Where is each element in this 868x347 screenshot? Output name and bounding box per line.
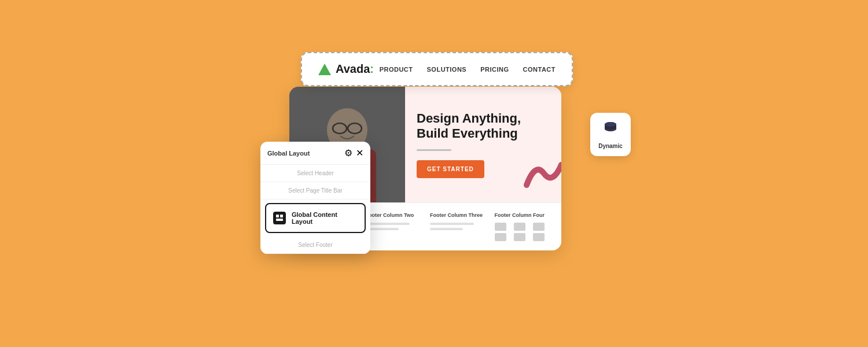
dynamic-badge: Dynamic [590, 113, 631, 156]
svg-rect-8 [276, 219, 283, 221]
cta-button[interactable]: GET STARTED [417, 160, 484, 178]
footer-block [533, 233, 545, 241]
footer-block [495, 223, 506, 231]
select-page-title-row[interactable]: Select Page Title Bar [260, 182, 370, 200]
logo-text: Avada: [336, 62, 374, 76]
global-layout-panel: Global Layout ⚙ ✕ Select Header Select P… [260, 142, 370, 254]
nav-pricing[interactable]: PRICING [480, 66, 509, 73]
panel-header: Global Layout ⚙ ✕ [260, 142, 370, 165]
panel-header-icons: ⚙ ✕ [344, 147, 363, 158]
svg-point-10 [605, 122, 616, 127]
main-nav: PRODUCT SOLUTIONS PRICING CONTACT [380, 66, 556, 73]
footer-grid [495, 223, 550, 241]
footer-col-4: Footer Column Four [495, 212, 550, 241]
footer-block [533, 223, 545, 231]
logo-area: Avada: [318, 62, 374, 76]
svg-rect-7 [280, 215, 283, 217]
content-layout-label: Global Content Layout [292, 211, 358, 225]
global-content-layout-item[interactable]: Global Content Layout [265, 203, 366, 233]
database-icon [602, 120, 619, 139]
squiggle-decoration [521, 156, 561, 191]
nav-product[interactable]: PRODUCT [380, 66, 413, 73]
footer-block [514, 223, 525, 231]
hero-title: Design Anything, Build Everything [417, 111, 550, 142]
logo-triangle-icon [318, 64, 331, 75]
nav-solutions[interactable]: SOLUTIONS [427, 66, 467, 73]
footer-block [514, 233, 525, 241]
svg-rect-6 [276, 215, 279, 217]
settings-icon[interactable]: ⚙ [344, 147, 352, 158]
hero-content: Design Anything, Build Everything GET ST… [405, 87, 561, 202]
dynamic-label: Dynamic [598, 143, 623, 149]
main-scene: Avada: PRODUCT SOLUTIONS PRICING CONTACT [272, 52, 596, 295]
select-footer-row[interactable]: Select Footer [260, 237, 370, 254]
panel-title: Global Layout [267, 150, 310, 157]
footer-col-3: Footer Column Three [430, 212, 486, 241]
footer-block [495, 233, 506, 241]
close-icon[interactable]: ✕ [356, 147, 363, 158]
footer-col-2: Footer Column Two [366, 212, 421, 241]
header-card: Avada: PRODUCT SOLUTIONS PRICING CONTACT [301, 52, 573, 86]
hero-divider [417, 149, 451, 151]
content-layout-icon [273, 212, 286, 224]
nav-contact[interactable]: CONTACT [523, 66, 556, 73]
select-header-row[interactable]: Select Header [260, 165, 370, 182]
